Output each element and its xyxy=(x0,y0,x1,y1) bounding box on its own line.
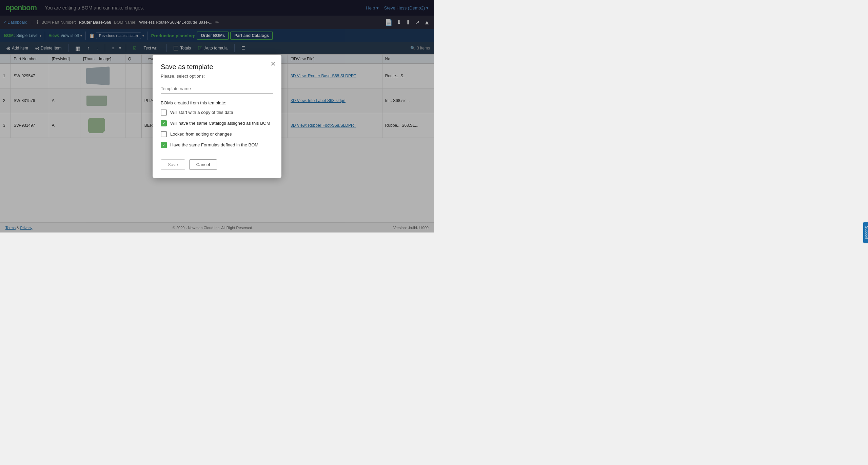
option-row-3: Locked from editing or changes xyxy=(161,131,273,137)
modal-close-button[interactable]: ✕ xyxy=(270,60,276,67)
option-4-checkbox[interactable] xyxy=(161,142,167,148)
modal-overlay: Save as template ✕ Please, select option… xyxy=(0,0,434,232)
option-row-1: Will start with a copy of this data xyxy=(161,109,273,116)
template-name-input[interactable] xyxy=(161,84,273,94)
boms-created-label: BOMs created from this template: xyxy=(161,100,273,105)
option-1-checkbox[interactable] xyxy=(161,109,167,116)
option-row-4: Have the same Formulas defined in the BO… xyxy=(161,142,273,148)
option-3-checkbox[interactable] xyxy=(161,131,167,137)
modal-title: Save as template xyxy=(161,63,273,71)
save-template-modal: Save as template ✕ Please, select option… xyxy=(153,55,281,178)
option-1-label: Will start with a copy of this data xyxy=(170,110,233,115)
cancel-button[interactable]: Cancel xyxy=(189,159,217,170)
save-button[interactable]: Save xyxy=(161,159,185,170)
option-2-label: Will have the same Catalogs assigned as … xyxy=(170,121,270,126)
option-4-label: Have the same Formulas defined in the BO… xyxy=(170,142,258,147)
option-row-2: Will have the same Catalogs assigned as … xyxy=(161,120,273,126)
option-2-checkbox[interactable] xyxy=(161,120,167,126)
modal-subtitle: Please, select options: xyxy=(161,74,273,79)
option-3-label: Locked from editing or changes xyxy=(170,132,232,137)
modal-footer: Save Cancel xyxy=(161,155,273,170)
